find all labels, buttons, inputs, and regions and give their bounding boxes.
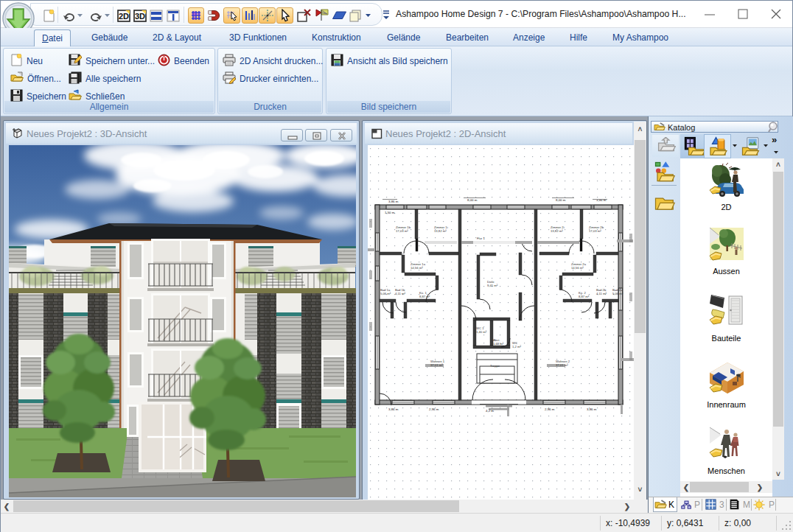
- svg-text:14,56 m²: 14,56 m²: [411, 266, 423, 270]
- svg-text:9,41 m²: 9,41 m²: [487, 284, 498, 287]
- svg-text:2,96 m: 2,96 m: [429, 407, 439, 411]
- svg-text:3,86 m: 3,86 m: [596, 198, 607, 202]
- svg-text:3,86 m: 3,86 m: [388, 200, 399, 203]
- svg-text:Flur 1: Flur 1: [477, 237, 485, 240]
- svg-text:1,68 m²: 1,68 m²: [493, 342, 504, 346]
- svg-text:13,82 m²: 13,82 m²: [434, 229, 447, 233]
- svg-text:14,56 m²: 14,56 m²: [571, 266, 584, 270]
- svg-text:8,87 m²: 8,87 m²: [579, 295, 590, 298]
- svg-text:17,03 m²: 17,03 m²: [396, 229, 408, 233]
- svg-text:2,96 m: 2,96 m: [545, 407, 555, 411]
- svg-text:5,06 m²: 5,06 m²: [380, 292, 391, 295]
- svg-text:3,86 m: 3,86 m: [388, 407, 399, 411]
- svg-text:1,50 m: 1,50 m: [385, 211, 395, 214]
- svg-text:1,40 m²: 1,40 m²: [476, 330, 487, 334]
- svg-text:Treppe: Treppe: [490, 364, 500, 368]
- svg-text:4,11 m²: 4,11 m²: [596, 292, 607, 295]
- svg-text:1,2 m²: 1,2 m²: [512, 345, 521, 349]
- svg-text:5,06 m²: 5,06 m²: [612, 292, 623, 295]
- svg-text:13,82 m²: 13,82 m²: [551, 229, 563, 233]
- svg-text:17,03 m²: 17,03 m²: [589, 229, 601, 233]
- svg-text:3,86 m: 3,86 m: [587, 407, 597, 411]
- svg-text:8,87 m²: 8,87 m²: [419, 295, 430, 298]
- svg-text:37,01 m²: 37,01 m²: [556, 363, 568, 367]
- svg-text:4,2 m: 4,2 m: [486, 409, 494, 413]
- svg-text:8,00 m: 8,00 m: [556, 198, 566, 202]
- svg-text:37,01 m²: 37,01 m²: [430, 363, 443, 367]
- svg-text:2D: 2D: [119, 12, 129, 21]
- svg-text:8,00 m: 8,00 m: [467, 198, 478, 202]
- svg-text:4,11 m²: 4,11 m²: [395, 292, 405, 295]
- svg-text:3D: 3D: [135, 12, 145, 21]
